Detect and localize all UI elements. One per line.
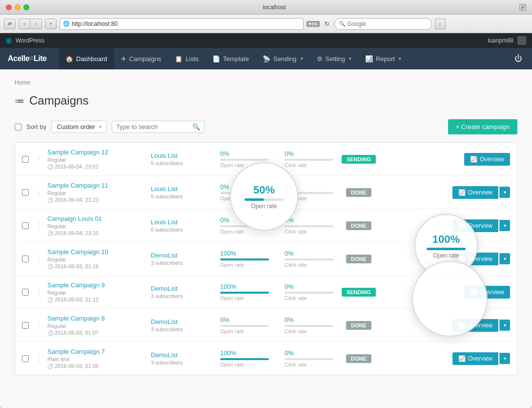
- overview-button-6[interactable]: 📈 Overview: [452, 319, 498, 332]
- status-3: DONE: [339, 221, 378, 230]
- chart-icon-1: 📈: [470, 156, 477, 163]
- row-checkbox-6[interactable]: [22, 322, 29, 329]
- nav-item-report[interactable]: 📊 Report ▾: [358, 48, 408, 69]
- back-forward-btn[interactable]: ⇌: [4, 19, 16, 29]
- campaign-name-3[interactable]: Campaign Louis 01: [47, 215, 102, 222]
- overview-button-1[interactable]: 📈 Overview: [464, 153, 510, 166]
- search-input[interactable]: [116, 123, 189, 130]
- campaign-name-2[interactable]: Sample Campaign 11: [47, 182, 108, 189]
- browser-search-input[interactable]: [348, 21, 421, 27]
- main-content: Home ≔ Campaigns Sort by Custom order ▾ …: [0, 69, 532, 408]
- click-rate-value-5: 0%: [285, 283, 333, 290]
- click-rate-bar-3: [285, 225, 333, 227]
- row-checkbox-1[interactable]: [22, 156, 29, 163]
- row-checkbox-4[interactable]: [22, 256, 29, 262]
- list-name-7[interactable]: DemoList: [151, 351, 178, 359]
- sort-dropdown[interactable]: Custom order ▾: [51, 121, 107, 133]
- user-avatar: [517, 36, 526, 45]
- drag-handle-2[interactable]: ⋮: [35, 188, 41, 197]
- campaign-name-6[interactable]: Sample Campaign 8: [47, 315, 105, 322]
- overview-dropdown-6[interactable]: ▾: [499, 320, 510, 331]
- address-input[interactable]: [72, 21, 300, 27]
- status-badge-3: DONE: [346, 221, 371, 230]
- campaign-date-7: 🕐 2016-09-03, 01:05: [47, 363, 145, 369]
- campaign-actions-2: 📈 Overview ▾: [452, 186, 510, 199]
- refresh-btn[interactable]: ↻: [323, 21, 331, 27]
- overview-button-4[interactable]: 📈 Overview: [452, 253, 498, 265]
- back-btn[interactable]: ‹: [19, 19, 30, 29]
- click-stats-2: 0% Click rate: [285, 183, 333, 201]
- rss-icon[interactable]: RSS: [307, 21, 320, 27]
- list-name-3[interactable]: Louis List: [151, 218, 178, 226]
- drag-handle-4[interactable]: ⋮: [35, 254, 41, 263]
- nav-item-sending[interactable]: 📡 Sending ▾: [256, 48, 310, 69]
- open-rate-bar-3: [220, 225, 269, 227]
- drag-handle-1[interactable]: ⋮: [35, 154, 41, 164]
- nav-item-dashboard[interactable]: 🏠 Dashboard: [59, 48, 114, 69]
- app-brand: Acelle=Lite: [0, 54, 59, 63]
- nav-item-template[interactable]: 📄 Template: [205, 48, 256, 69]
- nav-exit-icon[interactable]: ⏻: [511, 50, 526, 67]
- nav-report-label: Report: [376, 55, 395, 63]
- click-rate-bar-4: [285, 258, 333, 260]
- row-checkbox-3[interactable]: [22, 222, 29, 229]
- close-button[interactable]: [6, 4, 12, 10]
- forward-btn[interactable]: ›: [30, 19, 42, 29]
- search-input-wrap[interactable]: 🔍: [112, 121, 205, 133]
- click-rate-bar-5: [285, 292, 333, 294]
- overview-dropdown-3[interactable]: ▾: [499, 220, 510, 231]
- minimize-button[interactable]: [15, 4, 20, 10]
- campaign-info-5: Sample Campaign 9 Regular 🕐 2016-09-03, …: [47, 281, 145, 302]
- overview-button-5[interactable]: 📈 Overview: [464, 286, 510, 299]
- click-rate-value-3: 0%: [285, 216, 333, 224]
- campaign-info-1: Sample Campaign 12 Regular 🕐 2016-09-04,…: [47, 149, 145, 170]
- chevron-down-icon-sort: ▾: [99, 124, 102, 129]
- browser-search-wrap[interactable]: 🔍: [334, 18, 432, 30]
- nav-item-setting[interactable]: ⚙ Setting ▾: [310, 48, 358, 69]
- drag-handle-7[interactable]: ⋮: [35, 354, 41, 363]
- row-checkbox-7[interactable]: [22, 355, 29, 362]
- maximize-button[interactable]: [23, 4, 29, 10]
- nav-item-lists[interactable]: 📋 Lists: [168, 48, 205, 69]
- overview-dropdown-4[interactable]: ▾: [499, 253, 510, 264]
- create-campaign-button[interactable]: + Create campaign: [448, 119, 517, 134]
- overview-dropdown-2[interactable]: ▾: [499, 187, 510, 198]
- overview-dropdown-7[interactable]: ▾: [499, 353, 510, 364]
- campaign-name-5[interactable]: Sample Campaign 9: [47, 281, 105, 289]
- nav-item-campaigns[interactable]: ✈ Campaigns: [114, 48, 168, 69]
- list-name-2[interactable]: Louis List: [151, 185, 178, 193]
- list-name-5[interactable]: DemoList: [151, 285, 178, 292]
- address-bar-wrap[interactable]: 🌐: [60, 18, 304, 30]
- breadcrumb: Home: [15, 79, 517, 86]
- campaign-name-4[interactable]: Sample Campaign 10: [47, 248, 108, 256]
- status-4: DONE: [339, 255, 378, 263]
- list-name-6[interactable]: DemoList: [151, 318, 178, 325]
- select-all-checkbox[interactable]: [15, 124, 21, 130]
- expand-icon[interactable]: ⤢: [519, 4, 526, 11]
- search-icon: 🔍: [339, 21, 346, 27]
- overview-button-2[interactable]: 📈 Overview: [452, 186, 498, 199]
- campaign-name-7[interactable]: Sample Campaign 7: [47, 348, 105, 355]
- overview-button-3[interactable]: 📈 Overview: [452, 219, 498, 232]
- drag-handle-3[interactable]: ⋮: [35, 221, 41, 230]
- list-name-1[interactable]: Louis List: [151, 152, 178, 159]
- open-rate-bar-7: [220, 358, 269, 360]
- overview-button-7[interactable]: 📈 Overview: [452, 352, 498, 365]
- nav-template-label: Template: [223, 55, 249, 63]
- open-rate-bar-5: [220, 292, 269, 294]
- list-name-4[interactable]: DemoList: [151, 252, 178, 259]
- click-rate-value-2: 0%: [285, 183, 333, 191]
- drag-handle-5[interactable]: ⋮: [35, 287, 41, 297]
- campaign-list-7: DemoList 3 subscribers: [151, 351, 214, 365]
- download-btn[interactable]: ↓: [435, 19, 446, 29]
- click-stats-4: 0% Click rate: [285, 250, 333, 268]
- drag-handle-6[interactable]: ⋮: [35, 321, 41, 330]
- browser-titlebar: localhost ⤢: [0, 0, 532, 15]
- table-row: ⋮ Sample Campaign 7 Plain text 🕐 2016-09…: [15, 342, 517, 375]
- status-7: DONE: [339, 354, 378, 363]
- campaign-actions-7: 📈 Overview ▾: [452, 352, 510, 365]
- row-checkbox-5[interactable]: [22, 289, 29, 296]
- add-tab-btn[interactable]: +: [45, 19, 57, 29]
- row-checkbox-2[interactable]: [22, 189, 29, 196]
- campaign-name-1[interactable]: Sample Campaign 12: [47, 149, 108, 156]
